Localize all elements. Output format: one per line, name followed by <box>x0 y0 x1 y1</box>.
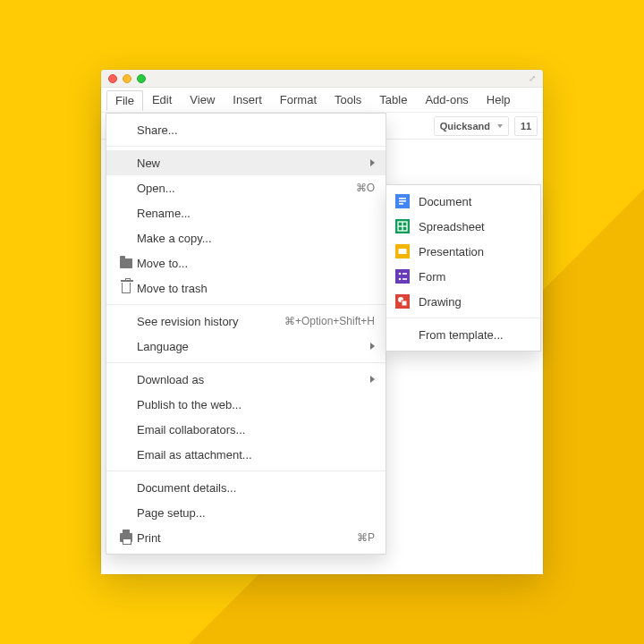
expand-icon[interactable]: ⤢ <box>529 73 536 83</box>
svg-rect-1 <box>399 198 406 199</box>
menu-tools[interactable]: Tools <box>326 89 370 110</box>
submenu-arrow-icon <box>370 376 375 383</box>
zoom-window-button[interactable] <box>137 74 146 83</box>
new-from-template[interactable]: From template... <box>386 322 540 347</box>
menu-view[interactable]: View <box>181 89 224 110</box>
font-family-label: Quicksand <box>440 121 490 131</box>
file-menu-dropdown: Share... New Open... ⌘O Rename... Make a… <box>106 113 386 555</box>
new-drawing[interactable]: Drawing <box>386 289 540 314</box>
docs-icon <box>395 194 410 208</box>
svg-point-11 <box>399 273 402 275</box>
slides-icon <box>395 244 410 258</box>
shortcut-label: ⌘O <box>356 182 375 194</box>
file-new[interactable]: New <box>106 150 386 175</box>
menu-insert[interactable]: Insert <box>224 89 271 110</box>
new-spreadsheet[interactable]: Spreadsheet <box>386 214 540 239</box>
svg-point-13 <box>399 278 402 281</box>
trash-icon <box>115 283 137 293</box>
file-publish-web[interactable]: Publish to the web... <box>106 392 386 417</box>
file-document-details[interactable]: Document details... <box>106 475 386 500</box>
font-size-select[interactable]: 11 <box>514 116 538 136</box>
shortcut-label: ⌘+Option+Shift+H <box>284 315 375 327</box>
menu-addons[interactable]: Add-ons <box>416 89 477 110</box>
file-email-collaborators[interactable]: Email collaborators... <box>106 417 386 442</box>
folder-icon <box>115 258 137 268</box>
file-share[interactable]: Share... <box>106 117 386 142</box>
menu-format[interactable]: Format <box>271 89 326 110</box>
new-presentation[interactable]: Presentation <box>386 239 540 264</box>
file-download-as[interactable]: Download as <box>106 367 386 392</box>
menu-table[interactable]: Table <box>370 89 416 110</box>
menu-help[interactable]: Help <box>478 89 520 110</box>
file-make-copy[interactable]: Make a copy... <box>106 225 386 250</box>
svg-rect-14 <box>402 278 407 280</box>
titlebar: ⤢ <box>101 70 543 88</box>
menu-separator <box>106 146 386 147</box>
chevron-down-icon <box>497 124 503 128</box>
svg-rect-9 <box>399 249 407 254</box>
menu-separator <box>106 304 386 305</box>
svg-rect-12 <box>402 273 407 275</box>
file-move-to-trash[interactable]: Move to trash <box>106 275 386 301</box>
menu-edit[interactable]: Edit <box>143 89 181 110</box>
menu-separator <box>106 470 386 471</box>
new-submenu: Document Spreadsheet Presentation Form D… <box>386 184 541 352</box>
menu-separator <box>386 318 540 318</box>
menubar: File Edit View Insert Format Tools Table… <box>101 88 543 113</box>
app-window: ⤢ File Edit View Insert Format Tools Tab… <box>101 70 543 574</box>
submenu-arrow-icon <box>370 159 375 166</box>
close-window-button[interactable] <box>108 74 117 83</box>
new-form[interactable]: Form <box>386 264 540 289</box>
file-email-attachment[interactable]: Email as attachment... <box>106 442 386 467</box>
file-move-to[interactable]: Move to... <box>106 250 386 275</box>
font-family-select[interactable]: Quicksand <box>434 116 509 136</box>
submenu-arrow-icon <box>370 343 375 350</box>
minimize-window-button[interactable] <box>123 74 131 83</box>
file-rename[interactable]: Rename... <box>106 200 386 225</box>
shortcut-label: ⌘P <box>357 531 375 544</box>
file-open[interactable]: Open... ⌘O <box>106 175 386 200</box>
file-revision-history[interactable]: See revision history ⌘+Option+Shift+H <box>106 309 386 334</box>
new-document[interactable]: Document <box>386 189 540 214</box>
print-icon <box>115 533 137 542</box>
file-language[interactable]: Language <box>106 334 386 359</box>
drawings-icon <box>395 294 410 309</box>
font-size-label: 11 <box>521 121 531 131</box>
menu-file[interactable]: File <box>106 90 143 111</box>
forms-icon <box>395 269 410 284</box>
file-print[interactable]: Print ⌘P <box>106 525 386 550</box>
svg-rect-17 <box>402 301 407 306</box>
svg-rect-2 <box>399 200 406 202</box>
svg-rect-10 <box>395 269 410 284</box>
svg-rect-3 <box>399 203 403 205</box>
file-page-setup[interactable]: Page setup... <box>106 500 386 525</box>
sheets-icon <box>395 219 410 233</box>
menu-separator <box>106 362 386 363</box>
